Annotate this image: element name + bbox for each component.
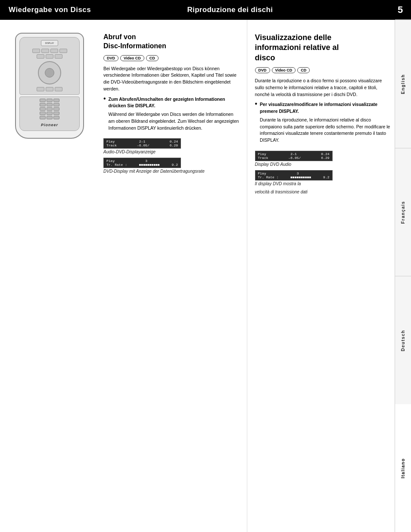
badge-dvd: DVD <box>103 55 118 61</box>
remote-btn <box>53 99 59 102</box>
remote-btn <box>46 54 53 59</box>
remote-btn <box>59 49 67 53</box>
german-intro-text: Bei Wiedergabe oder Wiedergabestopp von … <box>103 65 239 93</box>
remote-btn <box>40 107 46 111</box>
remote-num-row-2 <box>22 103 77 106</box>
display-button: DISPLAY <box>41 40 58 46</box>
italian-display-box-1: Play 2–1 0.24 Track –6.05/ 6.29 <box>255 151 333 161</box>
remote-btn <box>50 49 58 53</box>
badge-cd-it: CD <box>297 67 310 73</box>
italian-intro-text: Durante la riproduzione o a disco fermo … <box>255 78 391 98</box>
remote-btn <box>53 103 59 106</box>
remote-row-1 <box>22 49 77 53</box>
remote-btn <box>47 107 53 111</box>
italian-caption-2a: Il display DVD mostra la <box>255 181 391 186</box>
german-bullet-heading: Zum Abrufen/Umschalten der gezeigten Inf… <box>109 96 239 110</box>
german-bullet-item: • Zum Abrufen/Umschalten der gezeigten I… <box>103 96 239 135</box>
badge-cd: CD <box>146 55 159 61</box>
italian-bullet-section: • Per visualizzare/modificare le informa… <box>255 101 391 147</box>
italian-content-col: Visualizzazione delle informazioni relat… <box>247 20 395 532</box>
italian-badge-row: DVD Video CD CD <box>255 67 391 73</box>
remote-num-row-4 <box>22 112 77 115</box>
remote-btn <box>53 107 59 111</box>
header: Wiedergabe von Discs Riproduzione dei di… <box>0 0 411 20</box>
german-caption-1: Audio-DVD-Displayanzeige <box>103 149 239 154</box>
remote-btn <box>47 116 53 119</box>
remote-num-row-5 <box>22 116 77 119</box>
main-content: DISPLAY <box>0 20 411 532</box>
lang-tab-italiano[interactable]: Italiano <box>395 404 411 532</box>
remote-bottom-section: Pioneer <box>19 96 80 131</box>
remote-row-2 <box>22 54 77 59</box>
remote-btn <box>40 99 46 102</box>
remote-btn <box>46 87 53 91</box>
german-bullet-section: • Zum Abrufen/Umschalten der gezeigten I… <box>103 96 239 135</box>
badge-dvd-it: DVD <box>255 67 270 73</box>
remote-num-row-1 <box>22 99 77 102</box>
german-section-title: Wiedergabe von Discs <box>9 6 91 14</box>
remote-btn <box>55 87 62 91</box>
it-display-row-4: Tr. Rate : ■■■■■■■■■■ 9.2 <box>258 175 330 179</box>
display-row-2: Track –6.05/ 6.29 <box>106 143 178 147</box>
lang-tab-francais[interactable]: Français <box>395 148 411 277</box>
remote-btn <box>40 103 46 106</box>
german-caption-2: DVD-Display mit Anzeige der Datenübertra… <box>103 169 239 174</box>
remote-btn <box>40 116 46 119</box>
german-badge-row: DVD Video CD CD <box>103 55 239 61</box>
remote-col: DISPLAY <box>0 20 99 532</box>
lang-tab-deutsch[interactable]: Deutsch <box>395 276 411 404</box>
header-left-title: Wiedergabe von Discs <box>0 0 179 20</box>
remote-circle-inner <box>45 68 54 78</box>
italian-bullet-heading: Per visualizzare/modificare le informazi… <box>260 101 390 115</box>
italian-caption-2b: velocità di trasmissione dati <box>255 190 391 194</box>
remote-btn <box>37 87 44 91</box>
italian-bullet-content: Per visualizzare/modificare le informazi… <box>260 101 390 147</box>
remote-circle-outer <box>38 61 61 84</box>
german-bullet-body: Während der Wiedergabe von Discs werden … <box>109 111 239 131</box>
remote-control: DISPLAY <box>15 33 84 139</box>
remote-btn <box>41 49 49 53</box>
german-display-box-1: Play 2–1 0.24 Track –6.05/ 6.29 <box>103 138 181 149</box>
bullet-icon: • <box>103 95 106 135</box>
italian-section-heading: Visualizzazione delle informazioni relat… <box>255 33 391 63</box>
display-row-1: Play 2–1 0.24 <box>106 140 178 143</box>
remote-btn <box>32 49 40 53</box>
german-section-heading: Abruf von Disc-Informationen <box>103 33 239 51</box>
it-display-row-3: Play 3 <box>258 171 330 175</box>
it-display-row-2: Track –6.05/ 6.29 <box>258 156 330 160</box>
italian-bullet-body: Durante la riproduzione, le informazioni… <box>260 117 390 144</box>
remote-btn <box>55 54 62 59</box>
lang-tab-english[interactable]: English <box>395 20 411 148</box>
german-content-col: Abruf von Disc-Informationen DVD Video C… <box>99 20 247 532</box>
italian-display-box-2: Play 3 Tr. Rate : ■■■■■■■■■■ 9.2 <box>255 170 333 180</box>
italian-section-title: Riproduzione dei dischi <box>187 6 273 14</box>
italian-bullet-item: • Per visualizzare/modificare le informa… <box>255 101 391 147</box>
remote-btn <box>47 112 53 115</box>
remote-row-3 <box>22 87 77 91</box>
header-right-title: Riproduzione dei dischi <box>179 0 389 20</box>
badge-video-cd-it: Video CD <box>272 67 296 73</box>
pioneer-logo: Pioneer <box>22 123 77 127</box>
page-section-number: 5 <box>389 0 411 20</box>
remote-btn <box>53 116 59 119</box>
german-display-box-2: Play 3 Tr. Rate : ■■■■■■■■■■ 9.2 <box>103 158 181 168</box>
display-row-4: Tr. Rate : ■■■■■■■■■■ 9.2 <box>106 163 178 167</box>
display-row-3: Play 3 <box>106 159 178 163</box>
it-display-row-1: Play 2–1 0.24 <box>258 152 330 156</box>
remote-dpad <box>22 61 77 84</box>
remote-num-row-3 <box>22 107 77 111</box>
remote-btn <box>47 99 53 102</box>
bullet-icon-it: • <box>255 100 258 147</box>
german-bullet-content: Zum Abrufen/Umschalten der gezeigten Inf… <box>109 96 239 135</box>
remote-top-section: DISPLAY <box>19 37 80 95</box>
remote-btn <box>47 103 53 106</box>
remote-btn <box>40 112 46 115</box>
remote-btn <box>37 54 44 59</box>
italian-caption-1: Display DVD Audio <box>255 162 391 167</box>
language-tabs: English Français Deutsch Italiano <box>395 20 411 532</box>
badge-video-cd: Video CD <box>120 55 144 61</box>
remote-btn <box>53 112 59 115</box>
